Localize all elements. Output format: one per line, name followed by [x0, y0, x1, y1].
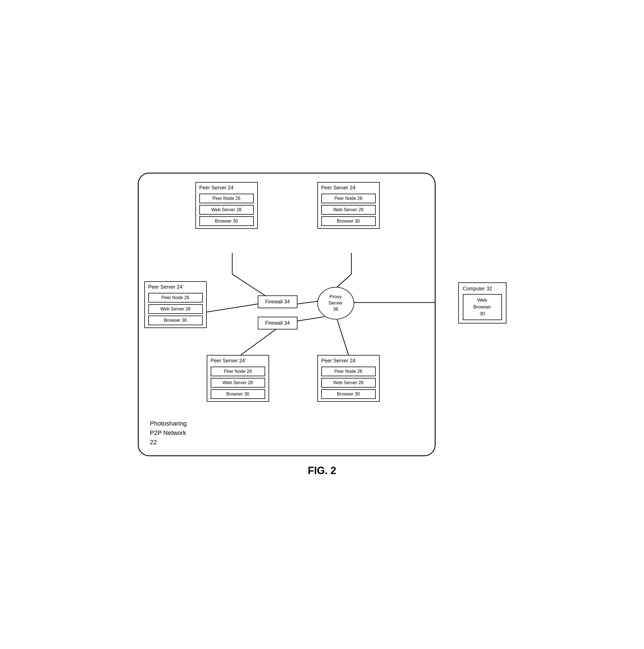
peer-server-top-left: Peer Server 24 Peer Node 26 Web Server 2…	[196, 182, 258, 229]
p2p-network-label: Photosharing P2P Network 22	[150, 419, 187, 447]
fig-label: FIG. 2	[308, 465, 336, 477]
firewall-top: Firewall 34	[258, 295, 297, 308]
peer-server-left: Peer Server 24' Peer Node 26 Web Server …	[144, 281, 207, 328]
svg-line-6	[297, 317, 325, 321]
svg-line-7	[241, 328, 277, 355]
computer-section: Computer 32 Web Browser 30	[458, 283, 507, 323]
svg-line-3	[337, 274, 351, 287]
diagram-area: Peer Server 24 Peer Node 26 Web Server 2…	[139, 174, 435, 456]
svg-line-1	[232, 274, 269, 298]
firewall-bottom: Firewall 34	[258, 317, 297, 330]
svg-line-4	[204, 304, 258, 312]
proxy-server: Proxy Server 36	[317, 287, 354, 319]
svg-line-8	[337, 319, 348, 355]
p2p-network-box: Peer Server 24 Peer Node 26 Web Server 2…	[138, 173, 436, 456]
peer-server-bottom-right: Peer Server 24 Peer Node 26 Web Server 2…	[317, 355, 380, 402]
network-and-computer: Peer Server 24 Peer Node 26 Web Server 2…	[138, 173, 507, 456]
peer-server-top-right: Peer Server 24 Peer Node 26 Web Server 2…	[317, 182, 380, 229]
computer-box: Computer 32 Web Browser 30	[458, 283, 507, 323]
svg-line-5	[297, 301, 319, 304]
main-layout: Peer Server 24 Peer Node 26 Web Server 2…	[138, 173, 507, 477]
peer-server-bottom-left: Peer Server 24' Peer Node 26 Web Server …	[207, 355, 269, 402]
